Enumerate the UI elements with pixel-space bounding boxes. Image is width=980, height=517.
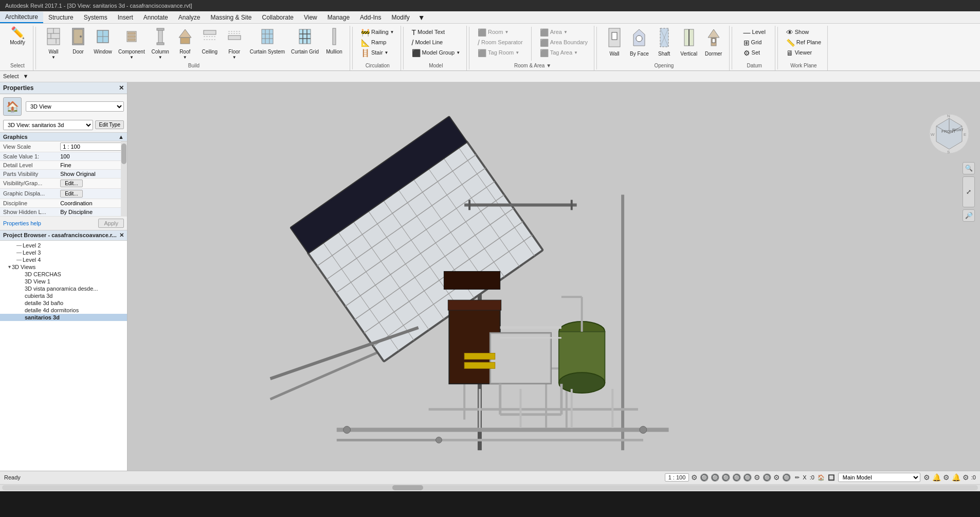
nav-zoom-out[interactable]: 🔎 (963, 209, 975, 222)
ribbon-btn-show[interactable]: 👁 Show (784, 28, 823, 37)
bottom-scrollbar[interactable] (0, 484, 980, 491)
status-icon-5[interactable]: 🔘 (732, 473, 741, 482)
visibility-edit-button[interactable]: Edit... (60, 180, 83, 187)
ribbon-btn-ceiling[interactable]: Ceiling (198, 26, 221, 57)
ribbon-btn-area[interactable]: ⬛ Area ▼ (538, 28, 590, 37)
properties-close-icon[interactable]: ✕ (119, 84, 124, 92)
tree-item-level2[interactable]: — Level 2 (0, 242, 127, 249)
ribbon-btn-model-line[interactable]: / Model Line (410, 38, 463, 47)
status-right-icon-5[interactable]: ⚙ (963, 473, 969, 482)
ribbon-btn-level[interactable]: — Level (741, 28, 768, 37)
ribbon-btn-wall[interactable]: Wall ▼ (42, 26, 65, 62)
nav-zoom-in[interactable]: 🔍 (963, 162, 975, 174)
ribbon-btn-shaft[interactable]: Shaft (653, 26, 676, 59)
prop-type-select[interactable]: 3D View (26, 101, 124, 112)
sanitarios3d-label: sanitarios 3d (25, 314, 60, 320)
ribbon-btn-by-face[interactable]: By Face (628, 26, 651, 59)
show-icon: 👁 (786, 29, 793, 36)
ribbon-btn-window[interactable]: Window (92, 26, 114, 57)
menu-analyze[interactable]: Analyze (173, 12, 206, 23)
section-arrow[interactable]: ▲ (118, 134, 124, 140)
ribbon-btn-column[interactable]: Column ▼ (149, 26, 172, 62)
ribbon-btn-vertical[interactable]: Vertical (678, 26, 700, 59)
select-arrow[interactable]: ▼ (23, 73, 29, 79)
prop-scrollbar[interactable] (121, 141, 127, 217)
ribbon-btn-room[interactable]: ⬛ Room ▼ (476, 28, 525, 37)
ribbon-btn-modify[interactable]: ✏️ Modify (6, 26, 29, 47)
viewport[interactable]: FRONT RIGHT S N E W 🔍 ⤢ 🔎 (128, 82, 980, 471)
menu-collaborate[interactable]: Collaborate (257, 12, 299, 23)
apply-button[interactable]: Apply (98, 219, 124, 228)
ribbon-btn-ref-plane[interactable]: 📏 Ref Plane (784, 38, 823, 47)
ribbon-btn-door[interactable]: Door (67, 26, 89, 57)
status-right-icon-1[interactable]: ⚙ (923, 473, 930, 482)
status-right-icon-2[interactable]: 🔔 (932, 473, 941, 482)
status-icon-9[interactable]: ⚙ (773, 473, 780, 482)
status-right-icon-4[interactable]: 🔔 (952, 473, 960, 482)
ribbon-btn-tag-room[interactable]: ⬛ Tag Room ▼ (476, 48, 525, 58)
properties-help-link[interactable]: Properties help (3, 220, 41, 226)
quick-access-arrow[interactable]: ▼ (418, 13, 425, 22)
svg-text:N: N (947, 114, 950, 118)
tree-item-sanitarios3d[interactable]: sanitarios 3d (0, 314, 127, 321)
ribbon-btn-model-group[interactable]: ⬛ Model Group ▼ (410, 48, 463, 58)
tree-item-3dviews[interactable]: ▾ 3D Views (0, 263, 127, 271)
tree-item-3dcerchas[interactable]: 3D CERCHAS (0, 271, 127, 278)
ribbon-btn-grid[interactable]: ⊞ Grid (741, 38, 768, 47)
ribbon-btn-ramp[interactable]: 📐 Ramp (359, 38, 396, 47)
view-name-select[interactable]: 3D View: sanitarios 3d (3, 120, 93, 130)
menu-modify[interactable]: Modify (386, 12, 414, 23)
status-scale[interactable]: 1 : 100 (665, 473, 689, 482)
menu-structure[interactable]: Structure (43, 12, 79, 23)
ribbon-btn-mullion[interactable]: Mullion (323, 26, 346, 57)
ribbon-btn-stair[interactable]: 🪜 Stair ▼ (359, 48, 396, 58)
ribbon-btn-floor[interactable]: Floor ▼ (223, 26, 246, 62)
ribbon-btn-component[interactable]: Component ▼ (116, 26, 147, 62)
tree-item-3dpanoramica[interactable]: 3D vista panoramica desde... (0, 285, 127, 292)
status-icon-10[interactable]: 🔘 (782, 473, 791, 482)
view-scale-input[interactable] (60, 142, 124, 151)
status-icon-6[interactable]: 🔘 (743, 473, 752, 482)
status-icon-2[interactable]: 🔘 (700, 473, 709, 482)
menu-addins[interactable]: Add-Ins (355, 12, 386, 23)
view-cube[interactable]: FRONT RIGHT S N E W (929, 113, 970, 154)
area-col: ⬛ Area ▼ ⬛ Area Boundary ⬛ Tag Area ▼ (538, 26, 590, 58)
tree-item-level4[interactable]: — Level 4 (0, 256, 127, 263)
status-right-icon-3[interactable]: ⚙ (943, 473, 950, 482)
status-icon-7[interactable]: ⚙ (754, 473, 760, 482)
project-browser-close-icon[interactable]: ✕ (119, 232, 124, 239)
ribbon-btn-area-boundary[interactable]: ⬛ Area Boundary (538, 38, 590, 47)
scrollbar-thumb[interactable] (392, 485, 423, 490)
tree-item-3dview1[interactable]: 3D View 1 (0, 278, 127, 285)
ribbon-btn-curtain-system[interactable]: Curtain System (248, 26, 287, 57)
ribbon-btn-room-separator[interactable]: / Room Separator (476, 38, 525, 47)
menu-annotate[interactable]: Annotate (138, 12, 173, 23)
ribbon-btn-roof[interactable]: Roof ▼ (174, 26, 196, 62)
tree-item-level3[interactable]: — Level 3 (0, 249, 127, 256)
ribbon-btn-tag-area[interactable]: ⬛ Tag Area ▼ (538, 48, 590, 58)
ribbon-btn-opening-wall[interactable]: Wall (603, 26, 626, 59)
scrollbar-track[interactable] (2, 485, 978, 490)
ribbon-btn-set[interactable]: ⚙ Set (741, 48, 768, 58)
tree-item-cubierta3d[interactable]: cubierta 3d (0, 292, 127, 299)
ribbon-btn-model-text[interactable]: T Model Text (410, 28, 463, 37)
tree-item-detalle3dbano[interactable]: detalle 3d baño (0, 299, 127, 307)
menu-manage[interactable]: Manage (322, 12, 355, 23)
graphic-display-edit-button[interactable]: Edit... (60, 190, 83, 198)
status-icon-8[interactable]: 🔘 (763, 473, 771, 482)
ribbon-btn-viewer[interactable]: 🖥 Viewer (784, 48, 823, 58)
status-icon-3[interactable]: 🔘 (711, 473, 719, 482)
status-icon-4[interactable]: 🔘 (721, 473, 730, 482)
ribbon-btn-dormer[interactable]: Dormer (702, 26, 725, 59)
tree-item-detalle4ddormitorios[interactable]: detalle 4d dormitorios (0, 307, 127, 314)
ribbon-btn-railing[interactable]: 🚧 Railing ▼ (359, 28, 396, 37)
menu-insert[interactable]: Insert (113, 12, 138, 23)
edit-type-button[interactable]: Edit Type (95, 120, 124, 129)
menu-architecture[interactable]: Architecture (0, 12, 43, 23)
ribbon-btn-curtain-grid[interactable]: Curtain Grid (289, 26, 321, 57)
menu-systems[interactable]: Systems (79, 12, 113, 23)
nav-zoom-extent[interactable]: ⤢ (963, 176, 975, 207)
menu-massing[interactable]: Massing & Site (206, 12, 257, 23)
menu-view[interactable]: View (299, 12, 322, 23)
status-icon-1[interactable]: ⚙ (691, 473, 698, 482)
